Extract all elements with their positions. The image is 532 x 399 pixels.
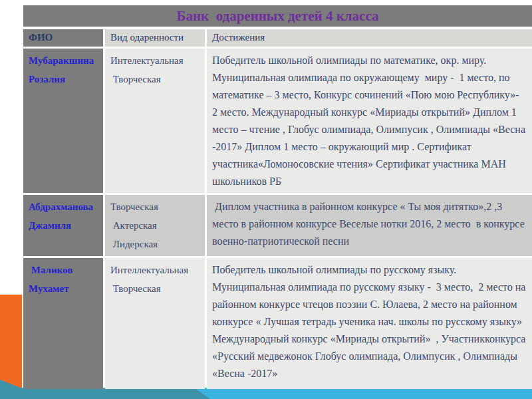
table-row-name: Абдрахманова Джамиля bbox=[23, 195, 103, 256]
column-header-fio: ФИО bbox=[23, 29, 103, 47]
table-row-achievements: Победитель школьной олимпиады по математ… bbox=[207, 49, 532, 193]
table-row-name: Маликов Мухамет bbox=[23, 258, 103, 389]
table-row-giftedness: Интелектуальная Творческая bbox=[105, 49, 205, 193]
table-row-name: Мубаракшина Розалия bbox=[23, 49, 103, 193]
table-grid: ФИО Вид одаренности Достижения Мубаракши… bbox=[23, 29, 532, 389]
table-row-achievements: Диплом участника в районном конкурсе « Т… bbox=[207, 195, 532, 256]
table-row-giftedness: Интеллектуальная Творческая bbox=[105, 258, 205, 389]
gifted-children-table: Банк одаренных детей 4 класса ФИО Вид од… bbox=[23, 5, 532, 389]
table-row-achievements: Победитель школьной олимпиады по русском… bbox=[207, 258, 532, 389]
column-header-achievements: Достижения bbox=[207, 29, 532, 47]
table-row-giftedness: Творческая Актерская Лидерская bbox=[105, 195, 205, 256]
slide-title: Банк одаренных детей 4 класса bbox=[23, 5, 532, 27]
column-header-giftedness: Вид одаренности bbox=[105, 29, 205, 47]
